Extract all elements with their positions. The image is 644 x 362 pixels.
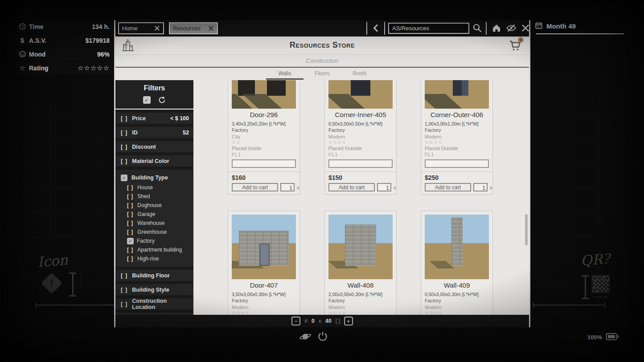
checkbox-unchecked-icon[interactable] — [121, 158, 127, 164]
product-card: Wall-409 0,50x3,00x0,30m [L*H*W] Factory… — [421, 211, 493, 315]
back-button[interactable] — [371, 23, 381, 33]
filters-master-checkbox[interactable] — [143, 96, 151, 104]
filter-material-color[interactable]: Material Color — [115, 155, 193, 167]
checkbox-checked-icon[interactable] — [121, 175, 127, 181]
stat-time: Time 134 h. — [16, 20, 114, 33]
subtab-floors[interactable]: Floors — [304, 68, 341, 79]
checkbox-unchecked-icon[interactable] — [121, 129, 127, 136]
month-label: Month 49 — [546, 22, 576, 30]
option-apartment-building[interactable]: Apartment building — [115, 245, 193, 254]
items-per-page: 40 — [325, 318, 332, 324]
decor-icon-label: Icon — [37, 252, 69, 270]
checkbox-unchecked-icon[interactable] — [121, 115, 127, 122]
ibeam-cursor-icon — [69, 273, 76, 297]
product-image — [328, 80, 393, 109]
product-image — [328, 215, 393, 279]
filter-row-partial[interactable] — [115, 313, 193, 315]
option-warehouse[interactable]: Warehouse — [115, 219, 193, 228]
store-title: Resources Store — [115, 41, 529, 50]
subtab-walls[interactable]: Walls — [266, 68, 304, 79]
product-note-input[interactable] — [328, 159, 393, 168]
filters-panel: Filters Price < $ 100 ID — [115, 80, 193, 315]
battery-percent: 100% — [587, 334, 602, 341]
quantity-field[interactable]: 1 — [280, 183, 295, 191]
dollar-icon: $ — [16, 37, 29, 44]
product-image — [232, 215, 296, 279]
option-shed[interactable]: Shed — [115, 192, 193, 201]
stat-asv: $ A.S.V. $179918 — [16, 34, 114, 47]
ruler-line — [36, 305, 115, 305]
cart-badge: 0 — [518, 37, 524, 43]
filter-building-type-group: Building Type House Shed Doghouse Garage… — [115, 170, 193, 267]
star-icon: ☆ — [16, 64, 29, 72]
cart-icon[interactable]: 0 — [509, 39, 522, 52]
quantity-field[interactable]: 1 — [377, 183, 391, 191]
page-number: 0 — [312, 318, 315, 324]
filters-header: Filters — [115, 80, 193, 110]
product-card: Door-407 3,50x3,00x0,30m [L*H*W] Factory… — [228, 211, 300, 315]
product-image — [232, 80, 296, 109]
store-header: Resources Store 0 — [115, 37, 529, 55]
filter-id[interactable]: ID 52 — [115, 127, 193, 138]
battery-icon — [606, 332, 619, 342]
close-tab-icon[interactable] — [154, 25, 160, 31]
checkbox-checked-icon[interactable] — [127, 238, 134, 244]
add-to-cart-button[interactable]: Add to cart — [425, 183, 471, 191]
option-factory[interactable]: Factory — [115, 236, 193, 245]
pagination-bar: − # 0 x 40 [ ] + — [115, 315, 529, 327]
resize-arrows-icon: ↑↓↑ — [79, 273, 82, 286]
game-screen: Icon ! ↑↓↑ QR? SCAN ME Time 134 h. $ A.S… — [0, 0, 644, 362]
product-note-input[interactable] — [425, 159, 489, 168]
filter-building-type[interactable]: Building Type — [115, 172, 193, 183]
product-card: Corner-Inner-405 0,50x3,00x0,50m [L*H*W]… — [324, 80, 397, 195]
product-image — [425, 215, 489, 279]
home-icon[interactable] — [491, 23, 502, 33]
address-input[interactable] — [388, 23, 469, 34]
filter-construction-location[interactable]: Construction Location — [115, 298, 193, 309]
browser-window: Home Resources — [114, 20, 530, 327]
quantity-field[interactable]: 1 — [473, 183, 488, 191]
checkbox-unchecked-icon[interactable] — [121, 286, 127, 293]
tab-resources[interactable]: Resources — [169, 22, 218, 34]
qr-caption: SCAN ME — [591, 296, 610, 298]
add-to-cart-button[interactable]: Add to cart — [328, 183, 375, 191]
filter-building-style[interactable]: Building Style — [115, 284, 193, 295]
power-icon[interactable] — [317, 331, 328, 342]
ruler-line — [533, 305, 605, 305]
filter-discount[interactable]: Discount — [115, 141, 193, 152]
search-icon[interactable] — [472, 23, 483, 33]
checkbox-unchecked-icon[interactable] — [121, 143, 127, 150]
scrollbar-thumb[interactable] — [525, 214, 528, 245]
option-garage[interactable]: Garage — [115, 210, 193, 219]
stat-rating: ☆ Rating ☆☆☆☆☆ — [16, 61, 114, 74]
filter-building-floor[interactable]: Building Floor — [115, 270, 193, 281]
calendar-icon — [535, 21, 543, 31]
product-card: Door-296 3,40x3,20x0,20m [L*H*W] Factory… — [228, 80, 300, 195]
hud-stats-panel: Time 134 h. $ A.S.V. $179918 Mood 96% ☆ … — [16, 20, 114, 75]
planet-icon[interactable] — [299, 330, 312, 343]
option-high-rise[interactable]: High-rise — [115, 254, 193, 263]
tab-home[interactable]: Home — [118, 22, 164, 34]
option-house[interactable]: House — [115, 183, 193, 192]
toolbar-separator — [384, 22, 385, 35]
product-note-input[interactable] — [232, 159, 296, 168]
page-minus-button[interactable]: − — [291, 317, 300, 325]
refresh-icon[interactable] — [158, 96, 166, 104]
option-greenhouse[interactable]: Greenhouse — [115, 228, 193, 236]
category-bar[interactable]: Construction — [115, 55, 529, 68]
category-label: Construction — [306, 57, 339, 64]
option-doghouse[interactable]: Doghouse — [115, 201, 193, 210]
stat-mood: Mood 96% — [16, 48, 114, 61]
smiley-icon — [16, 50, 29, 58]
product-grid: Door-296 3,40x3,20x0,20m [L*H*W] Factory… — [193, 80, 529, 315]
checkbox-unchecked-icon[interactable] — [121, 272, 127, 279]
checkbox-unchecked-icon[interactable] — [121, 301, 127, 307]
filter-price[interactable]: Price < $ 100 — [115, 113, 193, 124]
add-to-cart-button[interactable]: Add to cart — [232, 183, 278, 191]
page-plus-button[interactable]: + — [344, 317, 353, 325]
subtab-roofs[interactable]: Roofs — [341, 68, 378, 79]
eye-off-icon[interactable] — [506, 23, 517, 33]
close-window-icon[interactable] — [520, 23, 531, 33]
close-tab-icon[interactable] — [208, 25, 214, 31]
product-image — [425, 80, 489, 109]
